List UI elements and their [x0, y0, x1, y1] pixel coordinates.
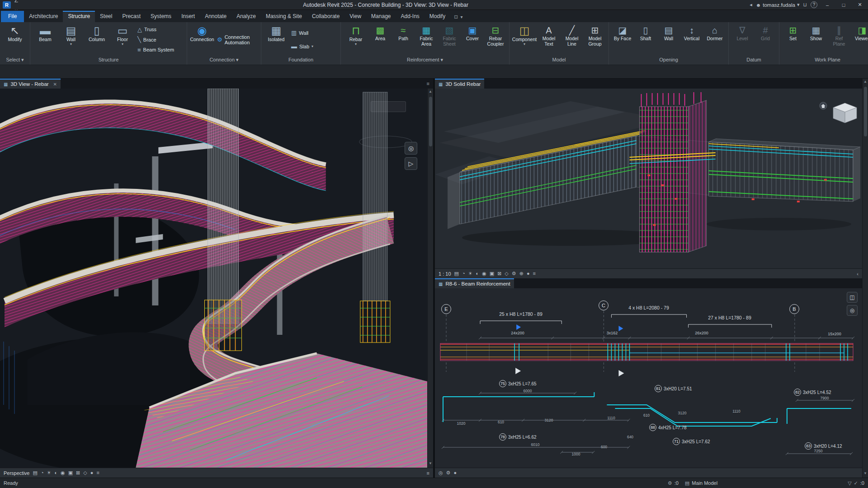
shadows-icon[interactable]: ◐	[54, 470, 57, 476]
ribbon-button-fabric-area[interactable]: ▦Fabric Area	[415, 23, 438, 56]
dimension-text[interactable]: 1020	[457, 421, 466, 426]
rebar-set-annotation[interactable]: 25 x H8 L=1780 - 89	[499, 311, 542, 317]
view-menu-icon[interactable]: ≡	[423, 81, 433, 86]
reveal-constraints-icon[interactable]: ●	[453, 470, 457, 476]
dimension-text[interactable]: 640	[627, 435, 633, 439]
maximize-button[interactable]: □	[837, 0, 850, 9]
tab-insert[interactable]: Insert	[176, 11, 200, 22]
dimension-text[interactable]: 600	[601, 445, 607, 449]
revit-app-icon[interactable]: R	[3, 1, 11, 9]
scroll-down-icon[interactable]: ▼	[863, 471, 867, 477]
dimension-text[interactable]: 1000	[572, 452, 580, 456]
right-pane-scrollbar[interactable]: ▲ ▼	[862, 79, 868, 478]
spacing-annotation[interactable]: 26x200	[695, 331, 708, 335]
tab-systems[interactable]: Systems	[146, 11, 176, 22]
render-icon[interactable]: ◉	[482, 271, 486, 277]
tab-massing-site[interactable]: Massing & Site	[261, 11, 307, 22]
temporary-isolate-icon[interactable]: ◇	[83, 470, 87, 476]
crop-view-icon[interactable]: ▣	[68, 470, 73, 476]
ribbon-button-dormer[interactable]: ⌂Dormer	[703, 23, 726, 56]
view-tab-beam-reinforcement[interactable]: ▦ R8-6 - Beam Reinforcement	[435, 278, 514, 288]
scroll-left-icon[interactable]: ‹	[857, 271, 859, 277]
scroll-up-icon[interactable]: ▲	[429, 89, 432, 95]
dimension-text[interactable]: 1110	[607, 416, 615, 420]
dimension-text[interactable]: 610	[498, 420, 504, 424]
tab-collaborate[interactable]: Collaborate	[307, 11, 344, 22]
bar-mark-annotation[interactable]: 813xH20 L=7.51	[655, 385, 692, 392]
ribbon-button-model-text[interactable]: AModel Text	[538, 23, 560, 56]
reveal-hidden-icon[interactable]: ◎	[439, 470, 443, 476]
bar-mark-annotation[interactable]: 823xH25 L=4.52	[794, 389, 831, 396]
worksharing-icon[interactable]: ⚙	[446, 470, 451, 476]
scroll-up-icon[interactable]: ▲	[863, 80, 867, 85]
ribbon-button-model-line[interactable]: ╱Model Line	[561, 23, 583, 56]
tab-precast[interactable]: Precast	[117, 11, 146, 22]
ribbon-button-isolated[interactable]: ▦Isolated	[264, 23, 289, 56]
dimension-text[interactable]: 3120	[545, 418, 553, 422]
viewcube-ghost[interactable]	[371, 101, 406, 112]
ribbon-button-component[interactable]: ◫Component▾	[512, 23, 537, 56]
view-mode-label[interactable]: Perspective	[4, 470, 29, 476]
ribbon-button-rebar-coupler[interactable]: ⊟Rebar Coupler	[484, 23, 507, 56]
ribbon-button-opening-wall[interactable]: ▤Wall	[657, 23, 680, 56]
ribbon-button-truss[interactable]: △Truss	[136, 26, 184, 34]
dimension-text[interactable]: 7900	[821, 396, 829, 400]
ribbon-button-modify[interactable]: ↖Modify	[2, 23, 28, 56]
ribbon-button-grid[interactable]: #Grid	[754, 23, 777, 56]
view-tab-3d-rebar[interactable]: ▦ 3D View - Rebar ✕	[0, 79, 61, 89]
collapse-arrow-icon[interactable]: ◂	[750, 2, 752, 8]
tab-add-ins[interactable]: Add-Ins	[396, 11, 424, 22]
worksets-status[interactable]: ⚙ :0	[668, 480, 679, 486]
left-3d-scene[interactable]: ◎ ▷	[0, 89, 427, 468]
view-properties-icon[interactable]: ≡	[96, 470, 99, 476]
detail-level-icon[interactable]: ▤	[454, 271, 459, 277]
left-viewport-scrollbar[interactable]: ▲ ▼	[427, 89, 433, 468]
ribbon-button-slab[interactable]: ▬Slab▾	[289, 42, 338, 51]
panel-label-select[interactable]: Select ▾	[0, 56, 30, 65]
ribbon-button-shaft[interactable]: ▯Shaft	[634, 23, 657, 56]
ribbon-button-model-group[interactable]: ⊞Model Group	[584, 23, 606, 56]
ribbon-button-cover[interactable]: ▣Cover	[461, 23, 484, 56]
tab-architecture[interactable]: Architecture	[24, 11, 63, 22]
rebar-set-annotation[interactable]: 4 x H8 L=2080 - 79	[628, 305, 669, 310]
grid-bubble[interactable]: B	[789, 304, 799, 314]
panel-label-connection[interactable]: Connection ▾	[187, 56, 261, 65]
tab-modify[interactable]: Modify	[425, 11, 450, 22]
ribbon-button-wall[interactable]: ▤Wall▾	[58, 23, 84, 56]
ribbon-button-show[interactable]: ▦Show	[805, 23, 827, 56]
tab-view[interactable]: View	[344, 11, 366, 22]
ribbon-state-caret-icon[interactable]: ▾	[461, 14, 463, 19]
ribbon-button-rebar[interactable]: ⊓Rebar▾	[343, 23, 368, 56]
grid-bubble[interactable]: C	[599, 300, 609, 310]
bar-mark-annotation[interactable]: 783xH25 L=6.62	[499, 433, 537, 441]
crop-visibility-icon[interactable]: ⊠	[76, 470, 80, 476]
close-button[interactable]: ✕	[854, 0, 866, 9]
constraints-icon[interactable]: ⊕	[519, 271, 524, 277]
spacing-annotation[interactable]: 15x200	[828, 332, 841, 336]
grid-bubble[interactable]: E	[441, 304, 451, 314]
ribbon-button-connection-automation[interactable]: ⚙Connection Automation	[215, 34, 259, 46]
ribbon-button-floor[interactable]: ▭Floor▾	[110, 23, 135, 56]
rt-3d-scene[interactable]	[435, 89, 862, 268]
spacing-annotation[interactable]: 3x162	[607, 331, 618, 335]
ribbon-button-fabric-sheet[interactable]: ▧Fabric Sheet	[438, 23, 461, 56]
measure-icon[interactable]: ∠	[12, 0, 21, 5]
render-icon[interactable]: ◉	[61, 470, 65, 476]
bar-mark-annotation[interactable]: 713xH25 L=7.62	[673, 438, 710, 445]
ribbon-button-brace[interactable]: ╲Brace	[136, 36, 184, 44]
tab-structure[interactable]: Structure	[63, 11, 95, 22]
view-bar-menu-icon[interactable]: ≡	[427, 470, 429, 476]
tab-file[interactable]: File	[1, 11, 24, 22]
dimension-text[interactable]: 6010	[531, 442, 540, 447]
temporary-isolate-icon[interactable]: ◇	[505, 271, 508, 277]
crop-visibility-icon[interactable]: ⊠	[497, 271, 501, 277]
panel-label-reinforcement[interactable]: Reinforcement ▾	[341, 56, 509, 65]
reveal-hidden-icon[interactable]: ●	[90, 470, 94, 476]
close-view-icon[interactable]: ✕	[53, 82, 57, 87]
visual-style-icon[interactable]: ◔	[462, 271, 465, 277]
ribbon-button-beam-system[interactable]: ≡Beam System	[136, 46, 184, 54]
dimension-text[interactable]: 1110	[732, 409, 741, 413]
ribbon-button-viewer[interactable]: ◨Viewer	[851, 23, 868, 56]
steering-wheel-icon[interactable]: ◎	[405, 142, 417, 155]
tab-manage[interactable]: Manage	[366, 11, 396, 22]
